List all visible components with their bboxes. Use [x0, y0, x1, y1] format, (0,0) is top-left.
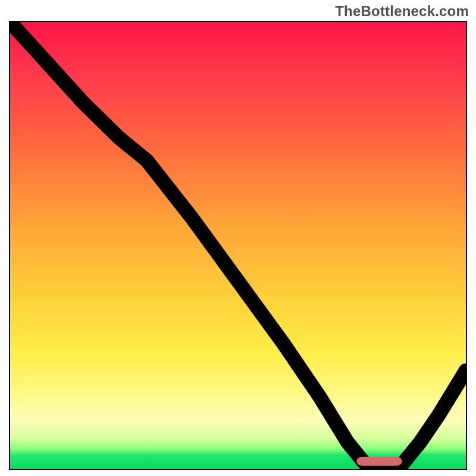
- bottleneck-curve-line: [10, 22, 466, 469]
- optimal-range-marker: [356, 457, 402, 466]
- chart-svg: [10, 22, 466, 469]
- watermark-text: TheBottleneck.com: [335, 3, 469, 20]
- chart-frame: TheBottleneck.com: [0, 0, 476, 476]
- chart-plot-area: [9, 21, 467, 470]
